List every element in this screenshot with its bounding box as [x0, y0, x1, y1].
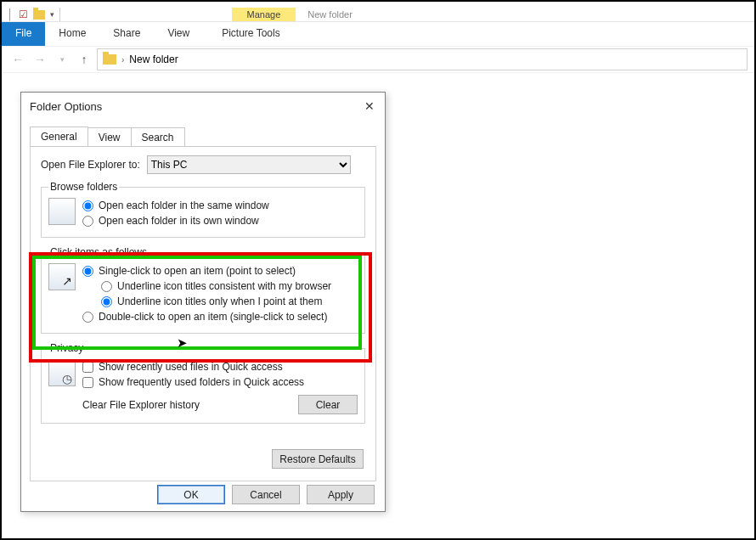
nav-back-button[interactable]: ←: [8, 50, 27, 69]
radio-double-click[interactable]: Double-click to open an item (single-cli…: [82, 309, 358, 324]
radio-single-click-input[interactable]: [82, 266, 93, 277]
radio-underline-browser-input[interactable]: [101, 281, 112, 292]
check-freq-folders[interactable]: Show frequently used folders in Quick ac…: [82, 374, 358, 390]
folder-icon: [103, 54, 116, 65]
qat-separator: [59, 8, 60, 21]
radio-same-window[interactable]: Open each folder in the same window: [82, 198, 358, 213]
tab-view-dialog[interactable]: View: [87, 127, 132, 147]
cancel-button[interactable]: Cancel: [232, 485, 300, 504]
nav-recent-dropdown[interactable]: ▾: [53, 50, 71, 69]
open-to-select[interactable]: This PC: [147, 155, 351, 174]
dialog-buttons: OK Cancel Apply: [157, 485, 375, 504]
browse-folders-group: Browse folders Open each folder in the s…: [41, 181, 365, 238]
qat-check-icon[interactable]: ☑: [19, 8, 28, 20]
radio-own-window-input[interactable]: [82, 216, 93, 227]
privacy-group: Privacy Show recently used files in Quic…: [41, 342, 365, 424]
radio-same-window-input[interactable]: [82, 200, 93, 211]
clear-button[interactable]: Clear: [298, 395, 358, 414]
nav-up-button[interactable]: ↑: [75, 50, 93, 69]
tab-search[interactable]: Search: [131, 127, 185, 147]
tab-view[interactable]: View: [154, 22, 203, 46]
qat-dropdown-icon[interactable]: ▾: [50, 10, 54, 19]
qat-folder-icon[interactable]: [33, 10, 45, 20]
privacy-legend: Privacy: [48, 342, 85, 354]
radio-underline-point-input[interactable]: [101, 296, 112, 307]
radio-single-click[interactable]: Single-click to open an item (point to s…: [82, 263, 358, 278]
dialog-body: Open File Explorer to: This PC Browse fo…: [30, 146, 376, 481]
privacy-icon: [48, 359, 76, 386]
context-tab-manage[interactable]: Manage: [232, 8, 296, 21]
open-to-label: Open File Explorer to:: [41, 159, 140, 171]
tab-share[interactable]: Share: [99, 22, 154, 46]
address-path[interactable]: › New folder: [97, 48, 748, 70]
radio-underline-point[interactable]: Underline icon titles only when I point …: [101, 294, 358, 309]
quick-access-toolbar: │ ☑ ▾: [7, 8, 71, 21]
click-items-group: Click items as follows Single-click to o…: [41, 246, 365, 334]
click-items-legend: Click items as follows: [48, 246, 149, 258]
ribbon-context-row: │ ☑ ▾ Manage New folder: [2, 2, 754, 22]
browse-folders-legend: Browse folders: [48, 181, 119, 193]
dialog-title: Folder Options: [30, 100, 102, 113]
radio-underline-browser[interactable]: Underline icon titles consistent with my…: [101, 278, 358, 294]
chevron-right-icon: ›: [121, 55, 124, 65]
check-recent-files[interactable]: Show recently used files in Quick access: [82, 359, 358, 374]
qat-divider-icon: │: [7, 8, 14, 20]
dialog-titlebar: Folder Options ✕: [21, 93, 385, 118]
tab-home[interactable]: Home: [45, 22, 99, 46]
address-bar: ← → ▾ ↑ › New folder: [2, 46, 754, 73]
ribbon-tabs: File Home Share View Picture Tools: [2, 22, 754, 46]
radio-double-click-input[interactable]: [82, 312, 93, 323]
check-recent-files-input[interactable]: [82, 362, 93, 373]
address-folder-name: New folder: [129, 53, 178, 65]
ok-button[interactable]: OK: [157, 485, 225, 504]
check-freq-folders-input[interactable]: [82, 377, 93, 388]
restore-defaults-button[interactable]: Restore Defaults: [272, 449, 364, 469]
tab-picture-tools[interactable]: Picture Tools: [208, 22, 293, 46]
browse-folders-icon: [48, 198, 76, 225]
context-tab-title: New folder: [296, 8, 364, 21]
dialog-tabs: General View Search: [21, 127, 385, 146]
folder-options-dialog: Folder Options ✕ General View Search Ope…: [20, 92, 386, 512]
tab-file[interactable]: File: [2, 22, 45, 46]
tab-general[interactable]: General: [30, 127, 88, 146]
apply-button[interactable]: Apply: [307, 485, 375, 504]
radio-own-window[interactable]: Open each folder in its own window: [82, 213, 358, 228]
close-icon[interactable]: ✕: [363, 99, 376, 113]
clear-history-label: Clear File Explorer history: [82, 399, 200, 411]
nav-forward-button[interactable]: →: [31, 50, 49, 69]
click-items-icon: [48, 263, 76, 290]
